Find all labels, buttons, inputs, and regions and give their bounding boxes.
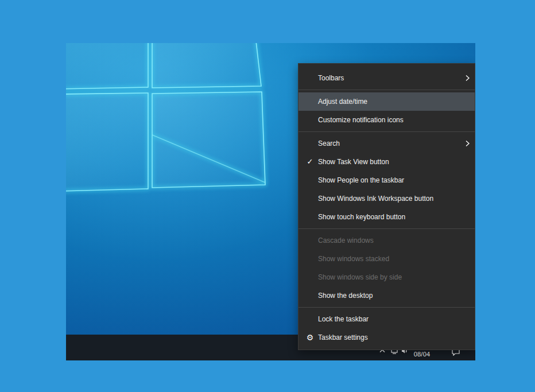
submenu-arrow-icon (466, 141, 470, 147)
menu-item-search[interactable]: Search (298, 134, 475, 153)
menu-item-label: Cascade windows (318, 236, 374, 244)
menu-item-adjust-date-time[interactable]: Adjust date/time (298, 92, 475, 111)
menu-item-label: Show windows side by side (318, 273, 402, 281)
menu-separator (298, 228, 475, 229)
menu-item-show-windows-ink-workspace-button[interactable]: Show Windows Ink Workspace button (298, 189, 475, 208)
menu-item-label: Search (318, 139, 340, 148)
menu-item-taskbar-settings[interactable]: ⚙ Taskbar settings (298, 328, 475, 347)
menu-separator (298, 90, 475, 90)
gear-icon: ⚙ (304, 328, 316, 347)
menu-item-label: Show Task View button (318, 158, 389, 166)
submenu-arrow-icon (466, 75, 470, 81)
menu-separator (298, 131, 475, 132)
menu-item-show-people-on-taskbar[interactable]: Show People on the taskbar (298, 171, 475, 189)
menu-item-label: Lock the taskbar (318, 315, 369, 323)
menu-item-label: Show People on the taskbar (318, 176, 404, 184)
menu-item-label: Show touch keyboard button (318, 213, 405, 221)
menu-item-toolbars[interactable]: Toolbars (298, 69, 475, 87)
menu-item-label: Show windows stacked (318, 255, 389, 263)
menu-item-label: Taskbar settings (318, 333, 368, 341)
menu-item-cascade-windows: Cascade windows (298, 231, 475, 250)
menu-item-show-task-view-button[interactable]: ✓ Show Task View button (298, 153, 475, 171)
menu-item-customize-notification-icons[interactable]: Customize notification icons (298, 111, 475, 129)
menu-item-show-the-desktop[interactable]: Show the desktop (298, 286, 475, 305)
menu-item-label: Adjust date/time (318, 98, 367, 106)
menu-item-label: Toolbars (318, 74, 344, 82)
desktop[interactable]: 08/04 Toolbars Adjust date/time Customiz… (66, 43, 475, 360)
taskbar-date[interactable]: 08/04 (409, 351, 435, 358)
checkmark-icon: ✓ (304, 153, 316, 171)
page-background: 08/04 Toolbars Adjust date/time Customiz… (0, 0, 535, 392)
menu-item-lock-the-taskbar[interactable]: Lock the taskbar (298, 310, 475, 328)
menu-item-label: Show the desktop (318, 292, 373, 300)
menu-item-label: Customize notification icons (318, 116, 404, 124)
menu-item-label: Show Windows Ink Workspace button (318, 195, 433, 203)
taskbar-context-menu: Toolbars Adjust date/time Customize noti… (298, 63, 475, 350)
menu-item-show-windows-stacked: Show windows stacked (298, 250, 475, 268)
menu-separator (298, 307, 475, 308)
menu-item-show-touch-keyboard-button[interactable]: Show touch keyboard button (298, 208, 475, 226)
menu-item-show-windows-side-by-side: Show windows side by side (298, 268, 475, 286)
